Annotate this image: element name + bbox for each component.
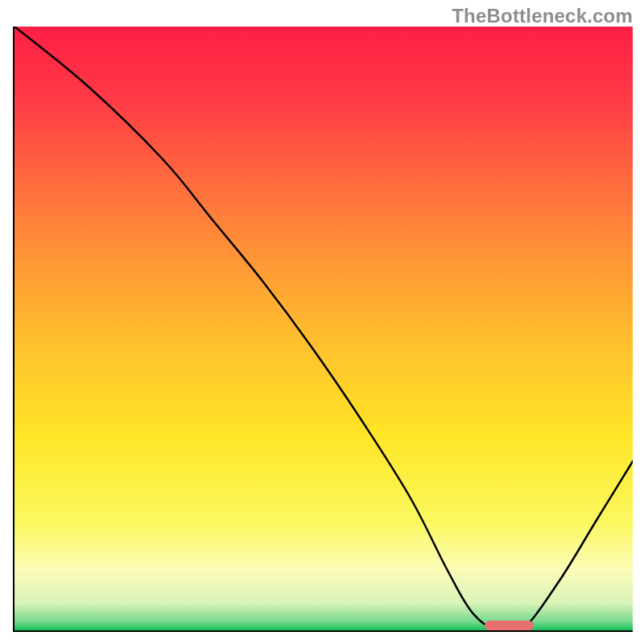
- plot-area: [13, 27, 633, 632]
- bg-gradient-rect: [14, 27, 633, 630]
- optimal-zone-marker: [485, 621, 534, 630]
- watermark-text: TheBottleneck.com: [452, 5, 633, 27]
- chart-svg: [14, 27, 633, 630]
- bottleneck-chart: TheBottleneck.com: [0, 0, 644, 644]
- bottleneck-curve: [14, 27, 633, 630]
